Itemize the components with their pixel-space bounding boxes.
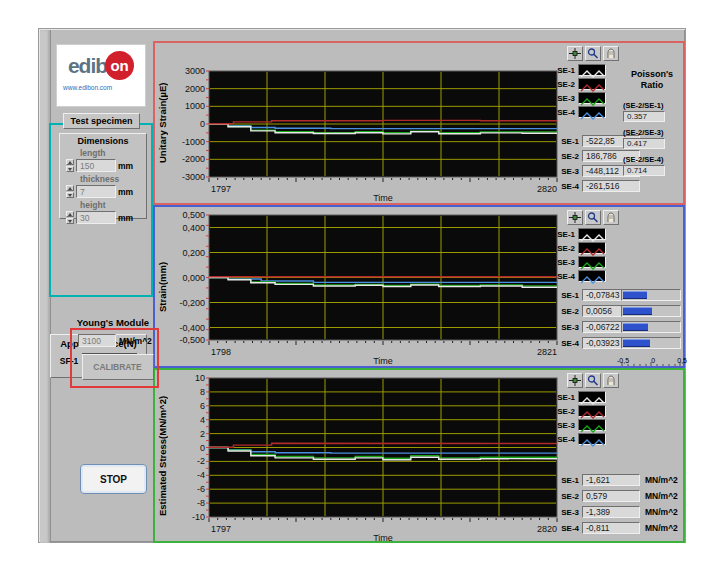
trace-swatch-icon [578,64,606,76]
legend: SE-1SE-2SE-3SE-4 [553,228,606,284]
legend-item-se-1[interactable]: SE-1 [553,228,606,240]
dimensions-title: Dimensions [60,134,146,146]
legend-item-se-3[interactable]: SE-3 [553,92,606,104]
trace-swatch-icon [578,433,606,445]
tab-test-specimen[interactable]: Test specimen [63,113,140,129]
strain-plot[interactable]: 0,5000,4000,2000,000-0,200-0,400-0,50017… [169,207,565,366]
legend-item-se-1[interactable]: SE-1 [553,64,606,76]
increment-icon[interactable] [66,185,74,191]
length-field: length 150 mm [66,148,146,172]
svg-text:-2: -2 [197,456,205,466]
strain-chart-panel: Strain(mm) 0,5000,4000,2000,000-0,200-0,… [153,205,685,368]
length-label: length [80,148,146,158]
svg-text:-0,400: -0,400 [179,323,205,333]
stop-button[interactable]: STOP [80,464,147,494]
graph-palette [567,46,619,61]
youngs-module-input[interactable]: 3100 [78,334,116,347]
x-axis-title: Time [373,193,393,203]
readout-value: 0,579 [582,490,640,502]
bar-indicator [621,305,681,317]
x-last-label: 2820 [537,524,557,534]
legend-item-se-4[interactable]: SE-4 [553,106,606,118]
legend-item-se-2[interactable]: SE-2 [553,78,606,90]
graph-cursor-tool-icon[interactable] [567,210,583,225]
legend-label: SE-1 [553,393,575,402]
x-first-label: 1797 [211,184,231,194]
readout-label: SE-4 [557,524,579,533]
legend-item-se-3[interactable]: SE-3 [553,256,606,268]
thickness-stepper[interactable] [66,185,74,198]
poisson-ratio-value: 0.417 [623,138,665,149]
decrement-icon[interactable] [66,218,74,224]
legend-item-se-1[interactable]: SE-1 [553,391,606,403]
legend-item-se-2[interactable]: SE-2 [553,242,606,254]
graph-cursor-tool-icon[interactable] [567,373,583,388]
svg-text:4: 4 [200,415,205,425]
graph-zoom-tool-icon[interactable] [585,46,601,61]
svg-text:3000: 3000 [185,66,205,76]
graph-zoom-tool-icon[interactable] [585,373,601,388]
thickness-input[interactable]: 7 [76,185,116,198]
calibrate-button[interactable]: CALIBRATE [82,354,154,380]
length-input[interactable]: 150 [76,159,116,172]
svg-text:-8: -8 [197,498,205,508]
readout-row-se-3: SE-3-1,389MN/m^2 [557,506,678,518]
y-tick-labels: 0,5000,4000,2000,000-0,200-0,400-0,500 [179,210,205,345]
svg-text:-6: -6 [197,484,205,494]
decrement-icon[interactable] [66,166,74,172]
increment-icon[interactable] [66,211,74,217]
svg-text:0: 0 [200,443,205,453]
bar-scale-min: -0,5 [617,357,629,364]
graph-pan-tool-icon[interactable] [603,373,619,388]
dimensions-group: Dimensions length 150 mm thickness [59,133,147,219]
readout-label: SE-3 [557,508,579,517]
trace-swatch-icon [578,78,606,90]
svg-text:-2000: -2000 [182,154,205,164]
x-last-label: 2820 [537,184,557,194]
x-first-label: 1798 [211,347,231,357]
legend-item-se-4[interactable]: SE-4 [553,433,606,445]
trace-swatch-icon [578,270,606,282]
legend-label: SE-1 [553,230,575,239]
decrement-icon[interactable] [66,192,74,198]
x-axis-title: Time [373,533,393,541]
bar-scale-max: 0,5 [677,357,687,364]
legend-label: SE-3 [553,258,575,267]
legend-item-se-2[interactable]: SE-2 [553,405,606,417]
poisson-ratio-panel: Poisson's Ratio (SE-2/SE-1) 0.357 (SE-2/… [623,69,681,182]
trace-swatch-icon [578,106,606,118]
readout-label: SE-4 [557,339,579,348]
readout-label: SE-3 [557,323,579,332]
estimated-stress-plot[interactable]: 1086420-2-4-6-8-1017972820Time [169,370,565,541]
readout-label: SE-4 [557,182,579,191]
svg-text:-0,500: -0,500 [179,335,205,345]
graph-pan-tool-icon[interactable] [603,210,619,225]
height-input[interactable]: 30 [76,211,116,224]
length-stepper[interactable] [66,159,74,172]
main-panel: edib on www.edibon.com Test specimen Dim… [38,28,686,543]
svg-text:-4: -4 [197,470,205,480]
bar-indicator [621,337,681,349]
legend: SE-1SE-2SE-3SE-4 [553,64,606,120]
svg-text:2: 2 [200,429,205,439]
height-stepper[interactable] [66,211,74,224]
y-tick-labels: 1086420-2-4-6-8-10 [192,373,205,522]
legend-item-se-3[interactable]: SE-3 [553,419,606,431]
thickness-field: thickness 7 mm [66,174,146,198]
y-axis-title: Estimated Stress(MN/m^2) [156,370,169,541]
legend-item-se-4[interactable]: SE-4 [553,270,606,282]
legend-label: SE-4 [553,435,575,444]
readout-value: -1,389 [582,506,640,518]
readout-row-se-4: SE-4-0,811MN/m^2 [557,522,678,534]
trace-swatch-icon [578,405,606,417]
bar-scale: -0,5 0 0,5 [621,353,681,367]
increment-icon[interactable] [66,159,74,165]
poisson-ratio-value: 0.357 [623,111,665,122]
graph-cursor-tool-icon[interactable] [567,46,583,61]
logo-circle: on [105,51,134,80]
edibon-logo: edib on www.edibon.com [56,44,146,107]
graph-palette [567,210,619,225]
graph-pan-tool-icon[interactable] [603,46,619,61]
unitary-strain-plot[interactable]: 3000200010000-1000-2000-300017972820Time [169,43,565,203]
graph-zoom-tool-icon[interactable] [585,210,601,225]
